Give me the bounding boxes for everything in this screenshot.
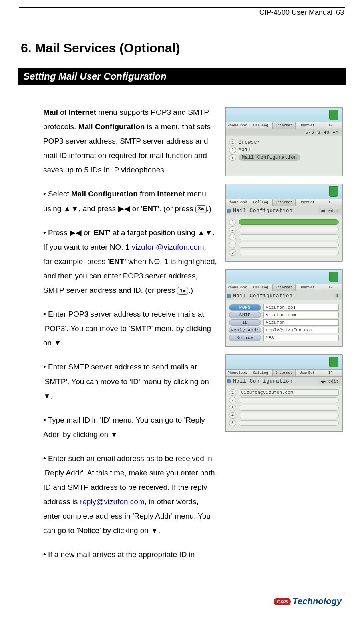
step-2: • Press ▶◀ or 'ENT' at a target position… [43,226,217,298]
menu-mail: Mail [239,147,251,153]
screenshot-internet-menu: PhoneBook CallLog Internet UserSet IP 5-… [225,107,343,176]
page-header: CIP-4500 User Manual 63 [19,8,345,17]
example-email-link[interactable]: vizufon@vizufon.com [132,243,204,251]
clock: 5-6 3:40 AM [226,129,342,136]
shortcut-key-1-icon: 1♣ [177,287,188,295]
ui-tabs: PhoneBook CallLog Internet UserSet IP [226,122,342,129]
tab-phonebook: PhoneBook [226,122,249,129]
step-6: • Enter such an email address as to be r… [43,451,217,538]
field-reply-value: reply@vizufon.com [263,327,339,333]
entry-1: vizufon@vizufon.com [239,389,339,396]
step-4: • Enter SMTP server address to send mail… [43,360,217,403]
logo-text: Technology [292,596,342,606]
intro-paragraph: Mail of Internet menu supports POP3 and … [43,105,217,177]
field-notice-value: YES [263,335,339,341]
panel-title: Mail Configuration [233,208,292,214]
field-id-value: vizufon [263,319,339,326]
screenshot-mail-config-fields: PhoneBook CallLog Internet UserSet IP Ma… [225,269,343,347]
tab-ip: IP [319,122,342,129]
field-reply-label: Reply Addr [229,327,261,333]
step-1: • Select Mail Configuration from Interne… [43,187,217,216]
screenshot-mail-config-list: PhoneBook CallLog Internet UserSet IP Ma… [225,184,343,262]
tab-userset: UserSet [296,122,319,129]
edit-badge: ◀▶ edit [318,379,341,384]
mode-badge: a [334,293,341,298]
field-id-label: ID [229,319,261,326]
field-notice-label: Notice [229,335,261,341]
beaker-icon [329,272,338,282]
tab-internet: Internet [273,122,296,129]
beaker-icon [329,357,338,367]
reply-email-link[interactable]: reply@vizufon.com [80,497,145,506]
field-smtp-value: vizufon.com [263,312,339,318]
doc-title: CIP-4500 User Manual [259,8,332,16]
shortcut-key-3-icon: 3♣ [195,205,207,213]
bullet-icon [227,294,231,298]
section-bar: Setting Mail User Configuration [18,68,346,85]
step-3: • Enter POP3 server address to receive m… [43,307,217,350]
step-7: • If a new mail arrives at the appropria… [43,547,217,562]
bullet-icon [227,379,231,383]
logo-badge: C&S [274,598,291,605]
edit-badge: ◀▶ edit [318,208,341,214]
chapter-title: 6. Mail Services (Optional) [19,41,345,56]
field-pop3-value: vizufon.co▮ [263,304,339,311]
footer-logo: C&STechnology [19,596,345,607]
step-5: • Type mail ID in 'ID' menu. You can go … [43,413,217,442]
screenshot-mail-config-entry: PhoneBook CallLog Internet UserSet IP Ma… [225,354,343,432]
beaker-icon [329,186,338,197]
panel-title: Mail Configuration [233,378,292,384]
page-number: 63 [336,8,344,16]
field-smtp-label: SMTP [229,312,261,318]
menu-browser: Browser [239,140,260,145]
field-pop3-label: POP3 [229,304,261,311]
beaker-icon [329,110,338,120]
menu-mail-configuration: Mail Configuration [239,154,300,161]
tab-calllog: CallLog [249,122,272,129]
bullet-icon [227,209,231,213]
slot-1 [239,219,339,225]
panel-title: Mail Configuration [233,293,292,299]
